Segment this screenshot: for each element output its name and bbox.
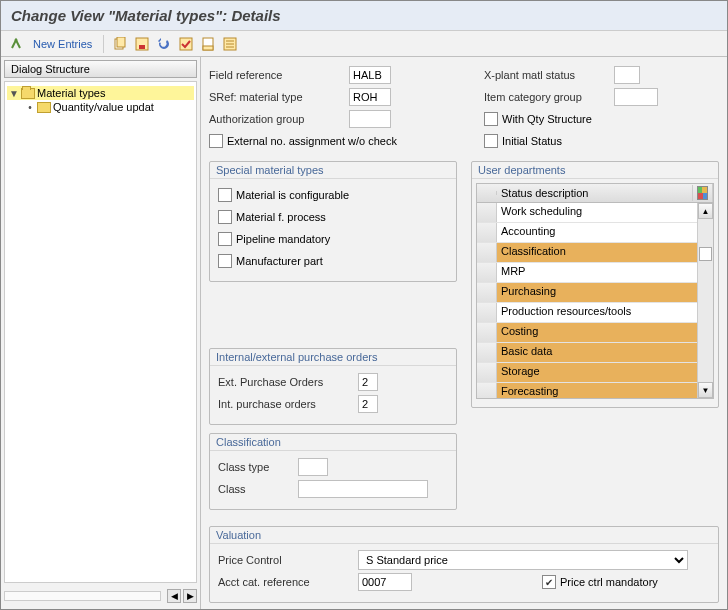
manufacturer-part-label: Manufacturer part bbox=[236, 255, 323, 267]
material-configurable-label: Material is configurable bbox=[236, 189, 349, 201]
material-configurable-checkbox[interactable] bbox=[218, 188, 232, 202]
doc-icon[interactable] bbox=[199, 35, 217, 53]
sref-material-type-input[interactable] bbox=[349, 88, 391, 106]
table-row[interactable]: MRP bbox=[477, 263, 713, 283]
collapse-icon[interactable]: ▼ bbox=[9, 88, 19, 99]
external-no-assignment-label: External no. assignment w/o check bbox=[227, 135, 397, 147]
row-handle[interactable] bbox=[477, 383, 497, 398]
status-description-cell: Production resources/tools bbox=[497, 303, 713, 322]
user-departments-title: User departments bbox=[472, 162, 718, 179]
status-description-cell: Work scheduling bbox=[497, 203, 713, 222]
row-handle[interactable] bbox=[477, 283, 497, 302]
table-vscroll[interactable]: ▲ ▼ bbox=[697, 203, 713, 398]
ext-purchase-orders-input[interactable] bbox=[358, 373, 378, 391]
external-no-assignment-checkbox[interactable] bbox=[209, 134, 223, 148]
page-title: Change View "Material types": Details bbox=[1, 1, 727, 31]
price-ctrl-mandatory-checkbox[interactable] bbox=[542, 575, 556, 589]
row-handle[interactable] bbox=[477, 363, 497, 382]
user-departments-table[interactable]: Status description Work schedulingAccoun… bbox=[476, 183, 714, 399]
save-icon[interactable] bbox=[133, 35, 151, 53]
ext-purchase-orders-label: Ext. Purchase Orders bbox=[218, 376, 358, 388]
field-reference-input[interactable] bbox=[349, 66, 391, 84]
int-purchase-orders-input[interactable] bbox=[358, 395, 378, 413]
table-row[interactable]: Basic data bbox=[477, 343, 713, 363]
toolbar: New Entries bbox=[1, 31, 727, 57]
price-control-select[interactable]: S Standard price bbox=[358, 550, 688, 570]
row-handle[interactable] bbox=[477, 323, 497, 342]
status-description-header[interactable]: Status description bbox=[497, 185, 693, 201]
svg-point-0 bbox=[15, 38, 18, 41]
scroll-right-icon[interactable]: ▶ bbox=[183, 589, 197, 603]
tree-label: Material types bbox=[37, 87, 105, 99]
row-handle[interactable] bbox=[477, 263, 497, 282]
tree-node-material-types[interactable]: ▼ Material types bbox=[7, 86, 194, 100]
class-label: Class bbox=[218, 483, 298, 495]
svg-rect-4 bbox=[139, 45, 145, 49]
class-type-input[interactable] bbox=[298, 458, 328, 476]
valuation-group: Valuation Price Control S Standard price… bbox=[209, 526, 719, 603]
table-row[interactable]: Accounting bbox=[477, 223, 713, 243]
status-description-cell: Accounting bbox=[497, 223, 713, 242]
tree-hscroll[interactable]: ◀ ▶ bbox=[4, 586, 197, 606]
table-row[interactable]: Classification bbox=[477, 243, 713, 263]
dialog-structure-title: Dialog Structure bbox=[4, 60, 197, 78]
classification-group: Classification Class type Class bbox=[209, 433, 457, 510]
row-handle[interactable] bbox=[477, 223, 497, 242]
table-row[interactable]: Forecasting bbox=[477, 383, 713, 398]
special-material-types-title: Special material types bbox=[210, 162, 456, 179]
tree-label: Quantity/value updat bbox=[53, 101, 154, 113]
manufacturer-part-checkbox[interactable] bbox=[218, 254, 232, 268]
classification-title: Classification bbox=[210, 434, 456, 451]
row-handle[interactable] bbox=[477, 343, 497, 362]
undo-icon[interactable] bbox=[155, 35, 173, 53]
row-handle[interactable] bbox=[477, 303, 497, 322]
with-qty-structure-checkbox[interactable] bbox=[484, 112, 498, 126]
table-row[interactable]: Costing bbox=[477, 323, 713, 343]
table-row[interactable]: Production resources/tools bbox=[477, 303, 713, 323]
toggle-icon[interactable] bbox=[7, 35, 25, 53]
initial-status-checkbox[interactable] bbox=[484, 134, 498, 148]
item-category-group-label: Item category group bbox=[484, 91, 614, 103]
table-settings-icon[interactable] bbox=[693, 184, 713, 202]
row-select-header[interactable] bbox=[477, 191, 497, 195]
folder-open-icon bbox=[21, 88, 35, 99]
pipeline-mandatory-checkbox[interactable] bbox=[218, 232, 232, 246]
status-description-cell: Basic data bbox=[497, 343, 713, 362]
material-process-checkbox[interactable] bbox=[218, 210, 232, 224]
price-ctrl-mandatory-label: Price ctrl mandatory bbox=[560, 576, 658, 588]
dialog-structure-tree[interactable]: ▼ Material types • Quantity/value updat bbox=[4, 81, 197, 583]
row-handle[interactable] bbox=[477, 203, 497, 222]
scroll-down-icon[interactable]: ▼ bbox=[698, 382, 713, 398]
table-row[interactable]: Storage bbox=[477, 363, 713, 383]
select-icon[interactable] bbox=[177, 35, 195, 53]
item-category-group-input[interactable] bbox=[614, 88, 658, 106]
material-process-label: Material f. process bbox=[236, 211, 326, 223]
table-row[interactable]: Work scheduling bbox=[477, 203, 713, 223]
class-type-label: Class type bbox=[218, 461, 298, 473]
dialog-structure-pane: Dialog Structure ▼ Material types • Quan… bbox=[1, 57, 201, 609]
pipeline-mandatory-label: Pipeline mandatory bbox=[236, 233, 330, 245]
status-description-cell: Costing bbox=[497, 323, 713, 342]
copy-icon[interactable] bbox=[111, 35, 129, 53]
tree-node-quantity-value[interactable]: • Quantity/value updat bbox=[7, 100, 194, 114]
svg-rect-5 bbox=[180, 38, 192, 50]
status-description-cell: Storage bbox=[497, 363, 713, 382]
xplant-status-input[interactable] bbox=[614, 66, 640, 84]
status-description-cell: Purchasing bbox=[497, 283, 713, 302]
list-icon[interactable] bbox=[221, 35, 239, 53]
new-entries-button[interactable]: New Entries bbox=[29, 36, 96, 52]
field-reference-label: Field reference bbox=[209, 69, 349, 81]
acct-cat-reference-input[interactable] bbox=[358, 573, 412, 591]
details-pane: Field reference SRef: material type Auth… bbox=[201, 57, 727, 609]
row-handle[interactable] bbox=[477, 243, 497, 262]
authorization-group-label: Authorization group bbox=[209, 113, 349, 125]
table-row[interactable]: Purchasing bbox=[477, 283, 713, 303]
scroll-left-icon[interactable]: ◀ bbox=[167, 589, 181, 603]
with-qty-structure-label: With Qty Structure bbox=[502, 113, 592, 125]
purchase-orders-group: Internal/external purchase orders Ext. P… bbox=[209, 348, 457, 425]
acct-cat-reference-label: Acct cat. reference bbox=[218, 576, 358, 588]
scroll-up-icon[interactable]: ▲ bbox=[698, 203, 713, 219]
folder-icon bbox=[37, 102, 51, 113]
authorization-group-input[interactable] bbox=[349, 110, 391, 128]
class-input[interactable] bbox=[298, 480, 428, 498]
